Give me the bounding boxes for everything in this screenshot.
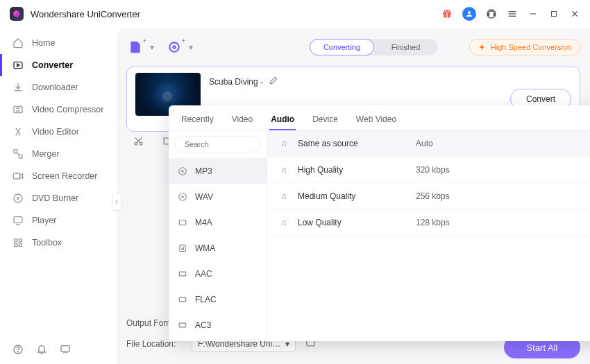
chevron-down-icon[interactable]: ▾ bbox=[150, 42, 155, 52]
maximize-icon[interactable] bbox=[548, 8, 559, 19]
svg-rect-19 bbox=[19, 155, 22, 158]
titlebar: Wondershare UniConverter bbox=[0, 0, 590, 28]
sidebar-item-dvd[interactable]: DVD Burner bbox=[0, 187, 117, 209]
high-speed-conversion-button[interactable]: High Speed Conversion bbox=[469, 39, 580, 55]
svg-rect-43 bbox=[179, 272, 185, 276]
minimize-icon[interactable] bbox=[528, 8, 539, 19]
format-mp3[interactable]: MP3 bbox=[169, 158, 267, 184]
quality-row-high[interactable]: ♫High Quality320 kbps bbox=[267, 157, 590, 183]
chevron-down-icon[interactable]: ▾ bbox=[189, 42, 194, 52]
picker-tab-web[interactable]: Web Video bbox=[355, 109, 398, 130]
format-label: WMA bbox=[195, 243, 215, 253]
merger-icon bbox=[12, 148, 24, 159]
format-m4a[interactable]: M4A bbox=[169, 209, 267, 235]
tab-converting[interactable]: Converting bbox=[310, 39, 374, 55]
quality-name: Medium Quality bbox=[298, 191, 416, 201]
quality-row-low[interactable]: ♫Low Quality128 kbps bbox=[267, 209, 590, 236]
home-icon bbox=[12, 37, 24, 49]
trim-icon[interactable] bbox=[133, 136, 144, 148]
format-ac3[interactable]: AC3 bbox=[169, 312, 267, 338]
close-icon[interactable] bbox=[569, 8, 580, 19]
add-files-button[interactable]: + bbox=[126, 38, 144, 56]
audio-file-icon bbox=[177, 243, 188, 254]
editor-icon bbox=[12, 126, 24, 137]
toolbar: + ▾ + ▾ Converting Finished High Speed C… bbox=[126, 35, 580, 60]
dvd-icon bbox=[12, 193, 24, 204]
svg-point-21 bbox=[14, 194, 22, 202]
svg-rect-13 bbox=[552, 12, 557, 17]
sidebar-item-label: Converter bbox=[32, 60, 73, 70]
add-dvd-button[interactable]: + bbox=[165, 38, 183, 56]
svg-point-22 bbox=[17, 198, 19, 200]
search-input[interactable] bbox=[185, 140, 280, 148]
quality-row-same[interactable]: ♫Same as sourceAuto bbox=[267, 130, 590, 157]
app-logo bbox=[10, 7, 24, 21]
support-icon[interactable] bbox=[486, 8, 497, 19]
svg-point-37 bbox=[179, 193, 187, 200]
picker-tab-recently[interactable]: Recently bbox=[180, 109, 215, 130]
feedback-icon[interactable] bbox=[60, 344, 71, 357]
svg-rect-45 bbox=[179, 323, 185, 327]
sidebar-item-compressor[interactable]: Video Compressor bbox=[0, 98, 117, 121]
quality-name: Same as source bbox=[298, 139, 416, 148]
format-flac[interactable]: FLAC bbox=[169, 286, 267, 312]
recorder-icon bbox=[12, 171, 24, 182]
tab-finished[interactable]: Finished bbox=[374, 39, 437, 55]
svg-rect-7 bbox=[488, 13, 489, 15]
picker-tab-audio[interactable]: Audio bbox=[269, 109, 296, 130]
sidebar-item-label: Video Compressor bbox=[32, 105, 103, 114]
svg-point-5 bbox=[468, 11, 471, 14]
music-note-icon: ♫ bbox=[277, 218, 291, 227]
bell-icon[interactable] bbox=[36, 344, 47, 357]
sidebar-item-player[interactable]: Player bbox=[0, 209, 117, 232]
player-icon bbox=[12, 215, 24, 226]
format-wav[interactable]: WAV bbox=[169, 184, 267, 209]
format-aac[interactable]: AAC bbox=[169, 261, 267, 286]
svg-point-36 bbox=[182, 170, 183, 171]
audio-file-icon bbox=[177, 268, 188, 279]
quality-name: Low Quality bbox=[298, 218, 416, 227]
edit-title-icon[interactable] bbox=[269, 76, 278, 87]
high-speed-label: High Speed Conversion bbox=[491, 43, 571, 51]
svg-rect-20 bbox=[13, 173, 19, 179]
sidebar-item-toolbox[interactable]: Toolbox bbox=[0, 232, 117, 254]
svg-point-29 bbox=[173, 46, 175, 48]
sidebar-item-merger[interactable]: Merger bbox=[0, 143, 117, 165]
sidebar-item-label: Downloader bbox=[32, 83, 78, 92]
sidebar-item-label: Player bbox=[32, 216, 56, 225]
user-icon[interactable] bbox=[462, 7, 476, 21]
content-area: + ▾ + ▾ Converting Finished High Speed C… bbox=[117, 28, 590, 364]
format-wma[interactable]: WMA bbox=[169, 235, 267, 261]
sidebar-collapse-button[interactable] bbox=[112, 193, 121, 211]
sidebar-item-recorder[interactable]: Screen Recorder bbox=[0, 165, 117, 187]
svg-rect-49 bbox=[61, 346, 69, 352]
format-list-panel: MP3 WAV M4A WMA AAC FLAC AC3 bbox=[169, 130, 267, 341]
sidebar-item-label: Screen Recorder bbox=[32, 171, 98, 181]
picker-tab-video[interactable]: Video bbox=[230, 109, 254, 130]
menu-icon[interactable] bbox=[507, 8, 518, 19]
svg-rect-25 bbox=[19, 239, 22, 242]
quality-row-medium[interactable]: ♫Medium Quality256 kbps bbox=[267, 183, 590, 209]
disc-icon bbox=[177, 191, 188, 202]
quality-value: 320 kbps bbox=[416, 165, 450, 175]
sidebar-item-editor[interactable]: Video Editor bbox=[0, 121, 117, 143]
sidebar: Home Converter Downloader Video Compress… bbox=[0, 28, 117, 364]
svg-point-48 bbox=[18, 352, 19, 352]
format-label: AAC bbox=[195, 269, 212, 279]
converter-icon bbox=[12, 60, 24, 71]
help-icon[interactable] bbox=[12, 344, 24, 357]
file-title: Scuba Diving - bbox=[209, 77, 263, 87]
gift-icon[interactable] bbox=[441, 8, 453, 19]
sidebar-item-converter[interactable]: Converter bbox=[0, 54, 117, 76]
svg-rect-8 bbox=[494, 13, 495, 15]
picker-tab-device[interactable]: Device bbox=[311, 109, 339, 130]
sidebar-item-downloader[interactable]: Downloader bbox=[0, 76, 117, 98]
svg-rect-17 bbox=[14, 106, 22, 112]
disc-icon bbox=[177, 166, 188, 177]
search-input-wrap[interactable] bbox=[174, 136, 261, 153]
picker-tabs: Recently Video Audio Device Web Video bbox=[169, 105, 590, 130]
quality-list-panel: ♫Same as sourceAuto ♫High Quality320 kbp… bbox=[267, 130, 590, 341]
format-label: WAV bbox=[195, 192, 213, 202]
svg-point-38 bbox=[182, 196, 183, 197]
sidebar-item-home[interactable]: Home bbox=[0, 32, 117, 54]
